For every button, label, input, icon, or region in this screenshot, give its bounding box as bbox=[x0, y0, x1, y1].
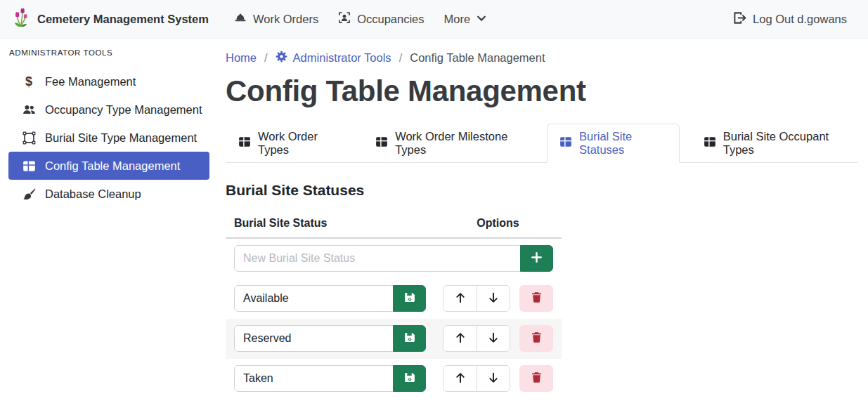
new-status-input[interactable] bbox=[234, 245, 521, 272]
delete-status-button[interactable] bbox=[519, 285, 553, 312]
tab-work-order-types[interactable]: Work Order Types bbox=[226, 124, 351, 163]
top-navbar: Cemetery Management System Work Orders bbox=[0, 0, 868, 39]
sidebar-item-config-table-management[interactable]: Config Table Management bbox=[8, 152, 209, 180]
column-header-options: Options bbox=[434, 210, 562, 238]
save-status-button[interactable] bbox=[393, 325, 426, 352]
nav-more[interactable]: More bbox=[434, 7, 497, 32]
arrow-up-icon bbox=[454, 371, 467, 386]
breadcrumb-administrator-tools[interactable]: Administrator Tools bbox=[276, 51, 391, 65]
breadcrumb-admin-tools-label: Administrator Tools bbox=[293, 51, 391, 65]
navbar-links: Work Orders Occupancies More bbox=[224, 6, 496, 32]
move-down-button[interactable] bbox=[477, 366, 510, 391]
app-title: Cemetery Management System bbox=[37, 13, 209, 26]
config-tabs: Work Order Types Work Order Milestone Ty… bbox=[226, 124, 857, 163]
table-row bbox=[226, 359, 562, 399]
save-status-button[interactable] bbox=[393, 365, 426, 392]
arrow-down-icon bbox=[487, 291, 500, 306]
sidebar-item-occupancy-type-management[interactable]: Occupancy Type Management bbox=[8, 95, 209, 124]
tab-label: Work Order Types bbox=[258, 130, 339, 157]
arrow-up-icon bbox=[454, 291, 467, 306]
tab-burial-site-occupant-types[interactable]: Burial Site Occupant Types bbox=[691, 124, 857, 163]
table-row bbox=[226, 319, 562, 359]
tab-label: Burial Site Statuses bbox=[579, 130, 667, 157]
nav-work-orders-label: Work Orders bbox=[253, 13, 318, 26]
trash-icon bbox=[531, 291, 543, 305]
nav-more-label: More bbox=[444, 13, 471, 26]
save-icon bbox=[403, 371, 415, 386]
sidebar-item-label: Fee Management bbox=[45, 75, 136, 88]
bounding-box-icon bbox=[22, 131, 36, 145]
move-up-button[interactable] bbox=[443, 326, 477, 351]
gear-icon bbox=[276, 51, 287, 65]
table-icon bbox=[22, 159, 36, 173]
sidebar-item-label: Database Cleanup bbox=[45, 187, 141, 201]
app-brand[interactable]: Cemetery Management System bbox=[11, 6, 209, 32]
tab-burial-site-statuses[interactable]: Burial Site Statuses bbox=[547, 124, 680, 163]
page-title: Config Table Management bbox=[226, 74, 857, 108]
table-icon bbox=[375, 136, 388, 151]
logout-label: Log Out d.gowans bbox=[753, 13, 847, 26]
save-icon bbox=[403, 331, 415, 345]
sidebar-item-label: Config Table Management bbox=[45, 159, 180, 173]
plus-icon bbox=[531, 251, 543, 265]
main-content: Home / Administrator bbox=[218, 39, 868, 415]
nav-occupancies[interactable]: Occupancies bbox=[328, 6, 434, 32]
breadcrumb-home[interactable]: Home bbox=[226, 51, 257, 65]
delete-status-button[interactable] bbox=[519, 325, 553, 352]
dollar-icon: $ bbox=[22, 75, 36, 88]
arrow-down-icon bbox=[487, 331, 500, 346]
hard-hat-icon bbox=[234, 11, 247, 27]
breadcrumb-separator: / bbox=[399, 51, 403, 65]
status-input[interactable] bbox=[234, 325, 394, 352]
column-header-status: Burial Site Status bbox=[226, 210, 434, 238]
breadcrumb-separator: / bbox=[264, 51, 268, 65]
tulip-logo-icon bbox=[11, 6, 31, 32]
reorder-button-group bbox=[443, 365, 510, 392]
box-arrow-right-icon bbox=[733, 11, 746, 27]
sidebar-heading: ADMINISTRATOR TOOLS bbox=[9, 48, 209, 57]
move-down-button[interactable] bbox=[477, 286, 510, 311]
table-icon bbox=[238, 136, 251, 151]
trash-icon bbox=[531, 371, 543, 386]
table-row-new bbox=[226, 238, 562, 279]
table-icon bbox=[559, 136, 572, 151]
arrow-down-icon bbox=[487, 371, 500, 386]
nav-work-orders[interactable]: Work Orders bbox=[224, 6, 328, 32]
breadcrumb: Home / Administrator bbox=[226, 51, 857, 65]
people-icon bbox=[22, 103, 36, 117]
status-input[interactable] bbox=[234, 365, 394, 392]
trash-icon bbox=[531, 331, 543, 345]
sidebar-item-database-cleanup[interactable]: Database Cleanup bbox=[8, 180, 209, 208]
breadcrumb-home-label: Home bbox=[226, 51, 257, 65]
section-heading: Burial Site Statuses bbox=[226, 182, 857, 199]
status-input[interactable] bbox=[234, 285, 394, 312]
table-icon bbox=[704, 136, 716, 151]
save-icon bbox=[403, 291, 415, 305]
sidebar-item-label: Occupancy Type Management bbox=[45, 103, 202, 117]
reorder-button-group bbox=[443, 285, 510, 312]
add-status-button[interactable] bbox=[520, 245, 553, 272]
brush-icon bbox=[22, 187, 36, 201]
tab-label: Burial Site Occupant Types bbox=[723, 130, 845, 157]
chevron-down-icon bbox=[477, 13, 486, 26]
reorder-button-group bbox=[443, 325, 510, 352]
burial-site-status-table: Burial Site Status Options bbox=[226, 210, 562, 399]
move-up-button[interactable] bbox=[443, 286, 477, 311]
nav-occupancies-label: Occupancies bbox=[357, 13, 424, 26]
person-bounding-box-icon bbox=[338, 11, 351, 27]
arrow-up-icon bbox=[454, 331, 467, 346]
tab-label: Work Order Milestone Types bbox=[395, 130, 523, 157]
sidebar-item-burial-site-type-management[interactable]: Burial Site Type Management bbox=[8, 124, 209, 152]
move-down-button[interactable] bbox=[477, 326, 510, 351]
save-status-button[interactable] bbox=[393, 285, 426, 312]
breadcrumb-current-page: Config Table Management bbox=[410, 51, 545, 65]
sidebar-item-fee-management[interactable]: $ Fee Management bbox=[8, 67, 209, 95]
move-up-button[interactable] bbox=[443, 366, 477, 391]
sidebar-item-label: Burial Site Type Management bbox=[45, 131, 197, 145]
delete-status-button[interactable] bbox=[519, 365, 553, 392]
table-row bbox=[226, 279, 562, 319]
tab-work-order-milestone-types[interactable]: Work Order Milestone Types bbox=[363, 124, 536, 163]
admin-sidebar: ADMINISTRATOR TOOLS $ Fee Management Occ… bbox=[0, 39, 218, 415]
logout-button[interactable]: Log Out d.gowans bbox=[723, 6, 857, 33]
